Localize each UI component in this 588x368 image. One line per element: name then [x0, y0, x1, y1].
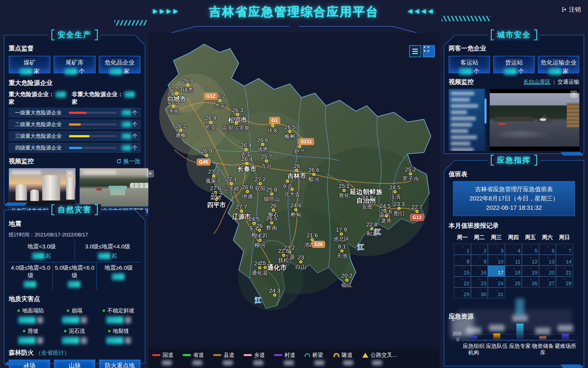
map-marker-龙井[interactable]: 24.6龙井 [385, 214, 388, 217]
calendar-day[interactable]: 20 [539, 266, 556, 276]
calendar-day[interactable]: 2 [471, 244, 488, 255]
calendar-day[interactable]: 25 [505, 276, 522, 287]
camera-list-item[interactable] [451, 148, 474, 151]
legend-item-县道[interactable]: 县道 [213, 351, 234, 365]
map-marker-梅河口[interactable]: 26梅河口 [258, 229, 261, 232]
map-marker-烟筒山[interactable]: 25.8烟筒山 [270, 193, 273, 196]
calendar-day[interactable]: 15 [454, 266, 471, 276]
map-marker-吉林市[interactable]: 26吉林市 [295, 169, 298, 172]
camera-list[interactable] [449, 89, 485, 151]
calendar-day[interactable]: 12 [522, 255, 539, 266]
calendar-day[interactable]: 26 [522, 276, 539, 287]
map-marker-罗子沟[interactable]: 25.2罗子沟 [409, 172, 412, 175]
map-marker-双阳[interactable]: 27.2双阳 [259, 182, 262, 185]
map-marker-扶余[interactable]: 扶余 [271, 124, 274, 127]
map-marker-大安[interactable]: 26.2大安 [219, 99, 222, 102]
calendar-day[interactable]: 16 [471, 266, 488, 276]
map-marker-公主岭[interactable]: 27.1公主岭 [230, 182, 233, 185]
map-marker-汪清[interactable]: 24.5汪清 [394, 190, 397, 193]
map-marker-乾安[interactable]: 26.4乾安 [209, 121, 212, 124]
map-marker-德惠[interactable]: 26.6德惠 [261, 143, 264, 146]
map-marker-洮南[interactable]: 27.5洮南 [172, 105, 175, 108]
calendar-day[interactable]: 31 [488, 287, 505, 298]
calendar-day[interactable]: 14 [556, 255, 573, 266]
camera-list-item[interactable] [451, 135, 477, 139]
map-marker-蛟河[interactable]: 26.6蛟河 [313, 173, 316, 176]
legend-item-隧道[interactable]: 隧道 [333, 351, 353, 365]
map-marker-辽源市[interactable]: 27.7辽源市 [240, 210, 243, 213]
legend-item-桥梁[interactable]: 桥梁 [305, 351, 324, 365]
map-marker-25.1[interactable]: 25.1 [264, 266, 267, 269]
logout-button[interactable]: 注销 [561, 5, 581, 14]
refresh-batch-button[interactable]: 换一批 [116, 157, 140, 165]
legend-item-国道[interactable]: 国道 [152, 351, 173, 365]
camera-list-item[interactable] [451, 92, 474, 95]
close-icon[interactable]: × [146, 170, 154, 178]
calendar-day[interactable]: 30 [471, 287, 488, 298]
legend-item-公路交叉[interactable]: 公路交叉... [362, 351, 397, 365]
calendar-day[interactable]: 29 [454, 287, 471, 298]
map-marker-永吉[interactable]: 永吉 [286, 180, 289, 183]
calendar-day[interactable]: 10 [488, 255, 505, 266]
camera-feed[interactable]: × [490, 89, 579, 151]
map-marker-前郭尔罗斯[interactable]: 26.6前郭尔罗斯 [235, 122, 238, 125]
calendar-day[interactable]: 13 [539, 255, 556, 266]
map-marker-孤家子[interactable]: 27.2孤家子 [212, 175, 215, 178]
map-marker-24.3[interactable]: 24.3 [273, 294, 276, 297]
legend-item-省道[interactable]: 省道 [183, 351, 204, 365]
legend-item-村道[interactable]: 村道 [274, 351, 295, 365]
calendar-day[interactable]: 23 [471, 276, 488, 287]
fullscreen-button[interactable] [423, 45, 435, 57]
province-map[interactable]: 26.8镇赉27.3白城市27.5洮南26.2通榆26.2大安26.4乾安26.… [148, 33, 440, 368]
calendar-day[interactable]: 18 [505, 266, 522, 276]
map-marker-通化县[interactable]: 24.2通化县 [258, 266, 261, 269]
calendar-day[interactable]: 5 [522, 244, 539, 255]
calendar-day[interactable]: 17 [488, 266, 505, 276]
map-marker-东丰[interactable]: 24.5东丰 [253, 222, 256, 225]
calendar-day[interactable]: 24 [488, 276, 505, 287]
map-marker-桦甸[interactable]: 24.6桦甸 [295, 208, 298, 211]
camera-list-item[interactable] [451, 142, 470, 145]
camera-list-item[interactable] [451, 129, 468, 133]
map-marker-镇赉[interactable]: 26.8镇赉 [186, 84, 189, 87]
calendar-day[interactable]: 9 [471, 255, 488, 266]
camera-list-item[interactable] [451, 123, 472, 127]
map-marker-伊通[interactable]: 26.6伊通 [246, 190, 249, 193]
legend-item-乡道[interactable]: 乡道 [244, 351, 265, 365]
calendar-day[interactable]: 27 [539, 276, 556, 287]
camera-list-item[interactable] [451, 110, 467, 114]
map-marker-长春市[interactable]: 26.4长春市 [246, 162, 249, 165]
calendar-day[interactable]: 3 [488, 244, 505, 255]
duty-schedule-card[interactable]: 吉林省应急管理厅应急值班表 2022年8月17日（今日，星期三） 2022-08… [453, 181, 575, 216]
calendar-day[interactable]: 21 [556, 266, 573, 276]
map-marker-临江[interactable]: 20.2临江 [345, 279, 348, 282]
map-marker-图们[interactable]: 23.3图们 [398, 207, 401, 210]
calendar-day[interactable]: 6 [539, 244, 556, 255]
map-marker-四平市[interactable]: 27.2四平市 [215, 198, 218, 201]
calendar-day[interactable]: 7 [556, 244, 573, 255]
map-marker-敦化[interactable]: 25.1敦化 [343, 189, 346, 192]
link-transport[interactable]: 交通运输 [558, 78, 579, 86]
map-marker-九台[interactable]: 25.7九台 [265, 160, 268, 163]
map-marker-柳河[interactable]: 24.7柳河 [259, 239, 262, 242]
calendar-day[interactable]: 4 [505, 244, 522, 255]
map-marker-抚松[interactable]: 22.6抚松 [282, 254, 285, 257]
map-layers-button[interactable] [409, 45, 421, 57]
map-marker-白城市[interactable]: 27.3白城市 [175, 92, 178, 95]
close-icon[interactable]: × [66, 170, 74, 178]
map-marker-舒兰[interactable]: 舒兰 [298, 145, 301, 148]
map-marker-天池[interactable]: 8.1天池 [341, 250, 344, 253]
camera-list-item[interactable] [451, 117, 476, 120]
calendar-day[interactable]: 19 [522, 266, 539, 276]
calendar-day[interactable]: 8 [454, 255, 471, 266]
camera-list-scrollbar[interactable] [485, 89, 486, 151]
close-icon[interactable]: × [570, 90, 578, 98]
calendar-day[interactable]: 1 [454, 244, 471, 255]
scrollbar-thumb[interactable] [485, 99, 486, 124]
map-marker-榆树[interactable]: 26.5榆树 [289, 130, 292, 133]
calendar-day[interactable]: 11 [505, 255, 522, 266]
camera-list-item[interactable] [451, 98, 470, 102]
calendar-day[interactable]: 28 [556, 276, 573, 287]
map-marker-辉南[interactable]: 26.5辉南 [270, 221, 273, 224]
camera-list-item[interactable] [451, 104, 478, 108]
